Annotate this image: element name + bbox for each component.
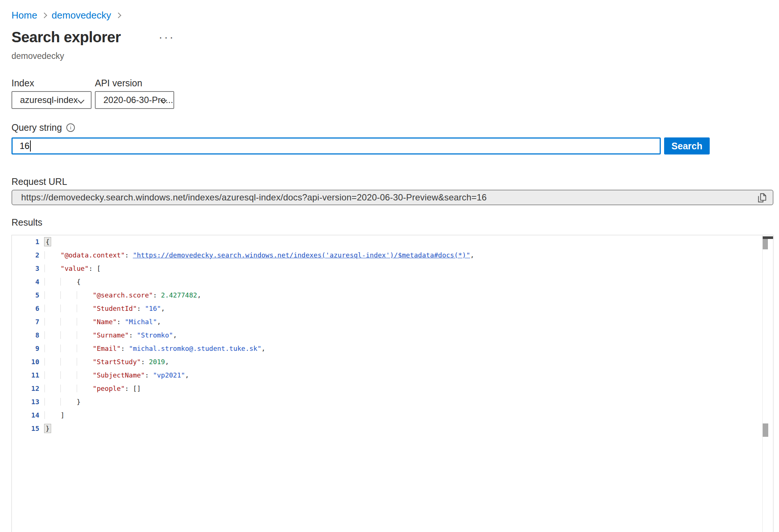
page-title: Search explorer [11,29,121,46]
code-content: "@search.score": 2.4277482, [41,289,201,302]
chevron-right-icon [116,13,122,19]
line-number: 11 [12,369,41,382]
index-dropdown-value: azuresql-index [12,95,78,105]
code-content: "value": [ [41,262,101,275]
code-content: "Name": "Michal", [41,315,161,329]
line-number: 8 [12,329,41,342]
more-options-button[interactable]: ··· [159,31,175,43]
code-line: 12 "people": [] [12,382,773,395]
code-line: 7 "Name": "Michal", [12,315,773,329]
line-number: 15 [12,422,41,435]
request-url-value: https://demovedecky.search.windows.net/i… [12,192,487,203]
query-string-label: Query string [11,122,62,133]
code-content: "@odata.context": "https://demovedecky.s… [41,249,474,262]
index-dropdown[interactable]: azuresql-index [11,91,92,109]
ellipsis-icon: ··· [159,30,175,44]
code-content: { [41,235,51,249]
copy-icon [756,192,768,203]
results-label: Results [11,217,42,228]
line-number: 2 [12,249,41,262]
line-number: 13 [12,395,41,409]
code-line: 11 "SubjectName": "vp2021", [12,369,773,382]
line-number: 12 [12,382,41,395]
breadcrumb-link-demovedecky[interactable]: demovedecky [52,10,111,21]
line-number: 9 [12,342,41,355]
code-content: } [41,395,81,409]
code-line: 14 ] [12,409,773,422]
page-subtitle: demovedecky [11,51,64,61]
code-content: "Surname": "Stromko", [41,329,177,342]
code-line: 6 "StudentId": "16", [12,302,773,315]
chevron-right-icon [42,13,47,19]
code-line: 13 } [12,395,773,409]
code-line: 9 "Email": "michal.stromko@.student.tuke… [12,342,773,355]
search-explorer-page: Home demovedecky Search explorer ··· dem… [0,0,779,532]
scrollbar-thumb-lower[interactable] [763,423,768,437]
request-url-field[interactable]: https://demovedecky.search.windows.net/i… [11,190,773,205]
line-number: 7 [12,315,41,329]
code-line: 3 "value": [ [12,262,773,275]
index-label: Index [11,78,34,89]
code-line: 8 "Surname": "Stromko", [12,329,773,342]
query-input-value: 16 [13,141,30,151]
code-content: { [41,275,81,289]
results-editor[interactable]: 1{2 "@odata.context": "https://demovedec… [11,235,773,532]
copy-button[interactable] [756,192,768,203]
query-input[interactable]: 16 [11,137,661,154]
scrollbar-track [762,235,763,532]
code-line: 2 "@odata.context": "https://demovedecky… [12,249,773,262]
code-content: "people": [] [41,382,141,395]
line-number: 1 [12,235,41,249]
breadcrumb-link-home[interactable]: Home [11,10,37,21]
scrollbar-thumb-upper[interactable] [763,239,768,249]
code-content: "StudentId": "16", [41,302,165,315]
api-version-label: API version [95,78,142,89]
code-line: 4 { [12,275,773,289]
code-lines: 1{2 "@odata.context": "https://demovedec… [12,235,773,435]
request-url-label: Request URL [11,176,67,187]
line-number: 14 [12,409,41,422]
breadcrumb: Home demovedecky [11,10,126,21]
line-number: 10 [12,355,41,369]
code-content: } [41,422,51,435]
code-line: 10 "StartStudy": 2019, [12,355,773,369]
line-number: 5 [12,289,41,302]
code-content: "StartStudy": 2019, [41,355,169,369]
line-number: 4 [12,275,41,289]
code-line: 1{ [12,235,773,249]
info-icon[interactable]: i [66,123,75,132]
search-button[interactable]: Search [664,137,710,154]
scrollbar-top-cap [763,236,773,239]
api-version-dropdown[interactable]: 2020-06-30-Pre... [95,91,174,109]
code-line: 5 "@search.score": 2.4277482, [12,289,773,302]
line-number: 3 [12,262,41,275]
line-number: 6 [12,302,41,315]
code-content: ] [41,409,64,422]
code-content: "SubjectName": "vp2021", [41,369,189,382]
chevron-down-icon [77,97,84,103]
code-content: "Email": "michal.stromko@.student.tuke.s… [41,342,265,355]
text-caret [30,140,31,152]
code-line: 15} [12,422,773,435]
